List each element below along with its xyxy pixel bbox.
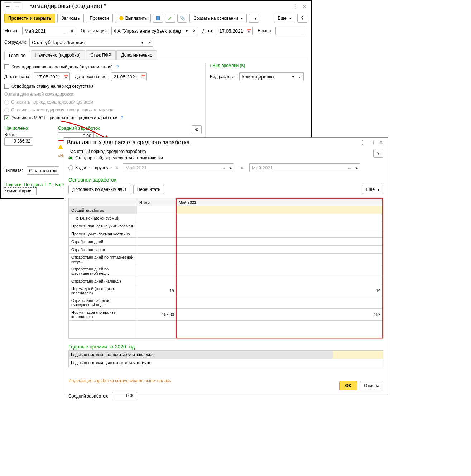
tab-accrued[interactable]: Начислено (подробно): [31, 50, 85, 60]
spinner-icon: ⇅: [353, 163, 360, 172]
table-row[interactable]: Отработано часов: [69, 246, 383, 254]
free-rate-checkbox[interactable]: [4, 84, 9, 89]
table-row[interactable]: Отработано дней: [69, 238, 383, 246]
period-to-label: по:: [240, 165, 246, 170]
warning-icon: [58, 145, 63, 149]
open-icon[interactable]: ↗: [146, 38, 153, 47]
tab-extra[interactable]: Дополнительно: [116, 50, 157, 60]
comment-label: Комментарий:: [4, 188, 33, 193]
long-pay-monthly-radio: [4, 108, 9, 112]
cancel-button[interactable]: Отмена: [360, 381, 383, 390]
table-row[interactable]: Отработано дней по пятидневной неде...: [69, 254, 383, 265]
accrued-head: Начислено: [4, 125, 47, 131]
avg-value: 0,00: [112, 392, 137, 400]
save-button[interactable]: Записать: [57, 14, 83, 23]
table-row[interactable]: Общий заработок: [69, 206, 383, 214]
maximize-icon[interactable]: □: [368, 139, 375, 146]
table-row[interactable]: Норма часов (по произв. календарю)152,00…: [69, 309, 383, 321]
fill-fot-button[interactable]: Дополнить по данным ФОТ: [68, 185, 131, 194]
long-pay-full-label: Оплатить период командировки целиком: [11, 100, 93, 105]
more-button[interactable]: Еще: [362, 185, 383, 194]
calendar-icon[interactable]: 📅: [140, 72, 147, 81]
number-label: Номер:: [258, 28, 272, 33]
recalc-button[interactable]: Перечитать: [133, 185, 164, 194]
copy-icon-button[interactable]: [249, 14, 259, 23]
ellipsis-icon: …: [346, 163, 353, 172]
table-row[interactable]: Норма дней (по произв. календарю)1919: [69, 285, 383, 297]
table-row[interactable]: Премия, полностью учитываемая: [69, 222, 383, 230]
close-icon[interactable]: ×: [301, 3, 308, 10]
number-input[interactable]: [275, 27, 304, 35]
org-input[interactable]: [111, 27, 183, 35]
more-button[interactable]: Еще: [274, 14, 295, 23]
table-row[interactable]: в т.ч. неиндексируемый: [69, 214, 383, 222]
calc-kind-input[interactable]: [239, 72, 289, 81]
end-date-label: Дата окончания:: [75, 74, 107, 79]
bonus-head: Годовые премии за 2020 год: [68, 344, 383, 350]
table-row[interactable]: Отработано дней по шестидневной нед...: [69, 265, 383, 277]
ellipsis-icon[interactable]: …: [62, 27, 69, 35]
kebab-icon[interactable]: ⋮: [359, 139, 366, 146]
header-row-1: Месяц: … ⇅ Организация: ▾ ↗ Дата: 📅 Номе…: [1, 25, 311, 37]
earnings-table[interactable]: Итого Май 2021 Общий заработок в т.ч. не…: [69, 198, 383, 338]
dropdown-icon[interactable]: ▾: [289, 72, 297, 81]
open-icon[interactable]: ↗: [297, 72, 304, 81]
date-input[interactable]: [217, 27, 245, 35]
time-kind-link[interactable]: Вид времени (К): [210, 63, 307, 68]
dropdown-icon[interactable]: ▾: [139, 38, 146, 47]
close-icon[interactable]: ×: [378, 139, 385, 146]
free-rate-label: Освободить ставку на период отсутствия: [11, 84, 94, 89]
ok-button[interactable]: ОК: [339, 381, 357, 390]
open-icon[interactable]: ↗: [190, 27, 197, 35]
help-button[interactable]: ?: [297, 14, 307, 23]
ellipsis-icon: …: [220, 163, 227, 172]
start-date-input[interactable]: [34, 72, 63, 81]
col-total: Итого: [137, 198, 177, 206]
back-button[interactable]: ←: [4, 2, 12, 10]
svg-rect-1: [157, 16, 160, 20]
partial-day-checkbox[interactable]: [4, 64, 9, 69]
create-based-button[interactable]: Создать на основании: [189, 14, 247, 23]
tab-pfr[interactable]: Стаж ПФР: [86, 50, 116, 60]
period-manual-radio[interactable]: [68, 165, 73, 170]
edit-icon-button[interactable]: [165, 14, 175, 23]
post-button[interactable]: Провести: [86, 14, 113, 23]
avg-head: Средний заработок: [58, 125, 181, 131]
mrot-checkbox[interactable]: [4, 115, 9, 120]
help-button[interactable]: ?: [373, 149, 383, 158]
attach-button[interactable]: 📎: [177, 14, 187, 23]
period-from-input: [123, 163, 220, 172]
post-and-close-button[interactable]: Провести и закрыть: [4, 14, 55, 23]
table-row[interactable]: Отработано часов по пятидневной нед...: [69, 297, 383, 309]
long-pay-head: Оплата длительной командировки:: [4, 90, 202, 98]
dropdown-icon[interactable]: ▾: [183, 27, 190, 35]
bonus-table[interactable]: Годовая премия, полностью учитываемая Го…: [68, 350, 383, 367]
payout-input[interactable]: [27, 166, 59, 175]
kebab-icon[interactable]: ⋮: [292, 3, 299, 10]
employee-input[interactable]: [29, 38, 139, 47]
forward-button[interactable]: →: [13, 2, 21, 10]
long-pay-monthly-label: Оплачивать командировку в конце каждого …: [11, 107, 114, 112]
total-value: 3 366,32: [4, 137, 33, 146]
col-month: Май 2021: [177, 198, 383, 206]
refresh-button[interactable]: ⟲: [192, 125, 202, 134]
main-toolbar: Провести и закрыть Записать Провести Вып…: [1, 11, 311, 25]
avg-earnings-window: Ввод данных для расчета среднего заработ…: [64, 137, 388, 395]
calendar-icon[interactable]: 📅: [245, 27, 253, 35]
titlebar: ← → Командировка (создание) * ⋮ ×: [1, 1, 311, 11]
calendar-icon[interactable]: 📅: [63, 72, 70, 81]
tab-main[interactable]: Главное: [4, 51, 30, 60]
end-date-input[interactable]: [111, 72, 140, 81]
table-row[interactable]: Отработано дней (календ.): [69, 277, 383, 285]
month-input[interactable]: [22, 27, 62, 35]
help-icon[interactable]: ?: [121, 115, 123, 120]
help-icon[interactable]: ?: [116, 64, 119, 69]
date-label: Дата:: [202, 28, 213, 33]
spinner-icon[interactable]: ⇅: [69, 27, 76, 35]
period-auto-radio[interactable]: [68, 156, 73, 160]
table-row[interactable]: Премия, учитываемая частично: [69, 230, 383, 238]
total-label: Всего:: [4, 132, 17, 137]
document-icon-button[interactable]: [153, 14, 163, 23]
svg-rect-3: [251, 18, 252, 19]
pay-button[interactable]: Выплатить: [115, 14, 151, 23]
